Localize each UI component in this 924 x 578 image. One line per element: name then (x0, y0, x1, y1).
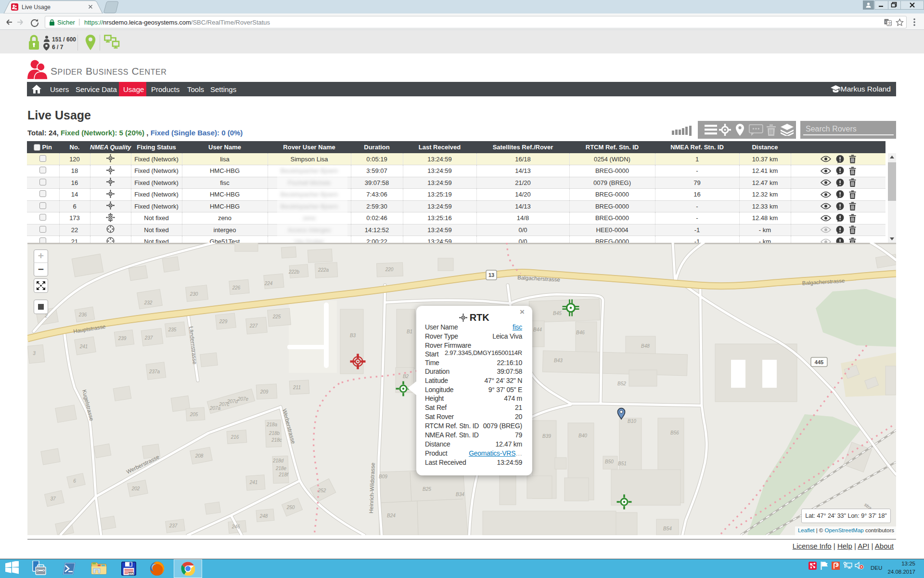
svg-text:222a: 222a (318, 267, 329, 273)
svg-text:246: 246 (231, 524, 240, 529)
svg-text:208: 208 (195, 453, 204, 459)
svg-text:209: 209 (260, 389, 269, 394)
svg-text:218f: 218f (278, 472, 289, 477)
svg-text:B24: B24 (387, 513, 396, 518)
svg-text:B50: B50 (605, 459, 614, 464)
svg-text:445: 445 (815, 359, 823, 365)
svg-text:37: 37 (50, 496, 56, 501)
svg-text:B45: B45 (553, 311, 562, 316)
svg-text:B3: B3 (350, 333, 356, 338)
svg-text:241: 241 (79, 344, 88, 349)
svg-text:B48: B48 (641, 343, 650, 349)
svg-text:236: 236 (78, 312, 87, 317)
svg-text:B39: B39 (542, 434, 551, 439)
svg-text:B43: B43 (554, 358, 563, 363)
svg-text:225: 225 (272, 314, 281, 319)
svg-text:文: 文 (888, 21, 892, 26)
svg-text:205: 205 (190, 412, 198, 417)
svg-text:6: 6 (73, 478, 76, 484)
svg-text:235: 235 (168, 327, 177, 332)
svg-text:218c: 218c (271, 437, 282, 443)
svg-text:232: 232 (144, 300, 153, 305)
svg-text:226: 226 (232, 285, 241, 290)
svg-text:B44: B44 (533, 327, 542, 332)
svg-text:13: 13 (488, 272, 494, 278)
svg-text:64:: 64: (129, 572, 133, 575)
svg-text:229: 229 (219, 319, 228, 324)
svg-text:252: 252 (318, 488, 326, 493)
svg-text:211: 211 (293, 385, 301, 390)
svg-text:241: 241 (249, 480, 258, 485)
svg-text:B25: B25 (423, 486, 431, 492)
svg-text:B09: B09 (379, 474, 387, 479)
svg-text:237a: 237a (149, 369, 160, 374)
svg-text:207e: 207e (237, 396, 249, 402)
svg-text:239: 239 (118, 336, 127, 341)
svg-text:218d: 218d (272, 458, 284, 463)
svg-text:218a: 218a (266, 422, 278, 427)
svg-text:227: 227 (249, 323, 258, 328)
svg-text:B2: B2 (403, 374, 409, 379)
svg-text:218b: 218b (269, 431, 280, 436)
svg-text:248: 248 (259, 513, 268, 519)
svg-text:B34: B34 (456, 492, 464, 497)
svg-text:207d: 207d (227, 399, 238, 404)
svg-text:218e: 218e (275, 466, 287, 471)
svg-text:216: 216 (231, 434, 239, 440)
svg-text:230: 230 (190, 291, 198, 297)
svg-text:224: 224 (264, 281, 273, 286)
svg-text:B54: B54 (663, 526, 672, 531)
svg-text:B56: B56 (670, 430, 679, 435)
svg-text:237: 237 (169, 523, 178, 528)
svg-text:B1: B1 (407, 329, 412, 334)
svg-text:222b: 222b (288, 269, 300, 275)
svg-text:237: 237 (144, 335, 153, 341)
svg-text:B51: B51 (618, 461, 627, 466)
svg-text:3: 3 (33, 351, 36, 356)
svg-text:220: 220 (385, 267, 394, 272)
svg-text:B10: B10 (628, 419, 636, 424)
svg-text:250: 250 (286, 505, 295, 510)
svg-text:B46: B46 (576, 330, 585, 335)
svg-text:B40: B40 (578, 433, 587, 438)
svg-text:B52: B52 (617, 381, 626, 386)
svg-text:202: 202 (131, 486, 140, 491)
